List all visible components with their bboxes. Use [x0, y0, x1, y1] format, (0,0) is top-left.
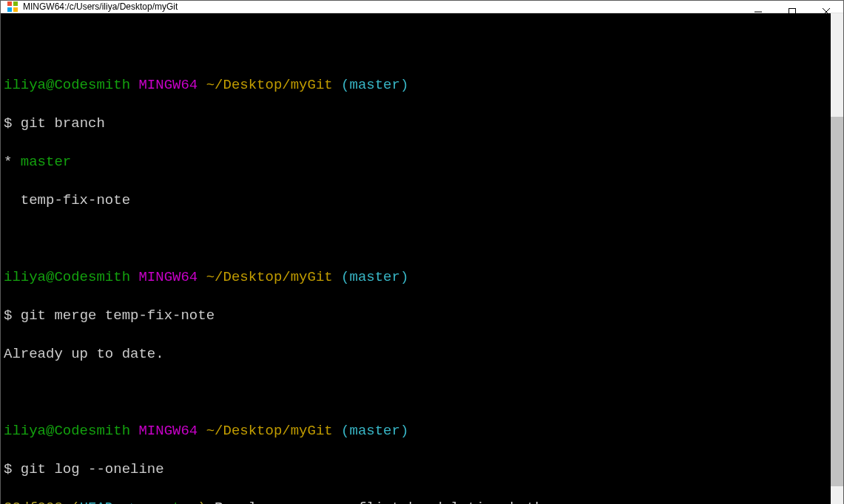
command-line: $ git merge temp-fix-note: [4, 306, 828, 325]
vertical-scrollbar[interactable]: [831, 13, 843, 504]
prompt-line: iliya@Codesmith MINGW64 ~/Desktop/myGit …: [4, 421, 828, 440]
prompt-path: ~/Desktop/myGit: [206, 77, 333, 93]
branch-current-line: * master: [4, 152, 828, 171]
blank-line: [4, 229, 828, 248]
window-title: MINGW64:/c/Users/iliya/Desktop/myGit: [23, 1, 178, 12]
prompt-user-host: iliya@Codesmith: [4, 269, 130, 285]
prompt-dollar: $: [4, 461, 12, 477]
prompt-branch: (master): [341, 269, 408, 285]
blank-line: [4, 383, 828, 402]
scrollbar-thumb[interactable]: [831, 117, 843, 486]
branch-current: master: [21, 154, 71, 170]
svg-rect-0: [7, 1, 12, 6]
prompt-line: iliya@Codesmith MINGW64 ~/Desktop/myGit …: [4, 75, 828, 95]
prompt-dollar: $: [4, 307, 12, 324]
titlebar[interactable]: MINGW64:/c/Users/iliya/Desktop/myGit: [1, 1, 843, 13]
command-text: git log --oneline: [21, 461, 164, 477]
command-line: $ git log --oneline: [4, 460, 828, 479]
prompt-msys: MINGW64: [138, 423, 198, 439]
commit-hash: 22df008: [4, 500, 63, 504]
prompt-user-host: iliya@Codesmith: [4, 423, 130, 439]
prompt-dollar: $: [4, 115, 12, 132]
terminal-area: iliya@Codesmith MINGW64 ~/Desktop/myGit …: [1, 13, 843, 504]
svg-rect-1: [13, 1, 18, 6]
app-icon: [7, 1, 18, 13]
prompt-user-host: iliya@Codesmith: [4, 77, 130, 93]
branch-other-line: temp-fix-note: [4, 191, 828, 210]
command-text: git merge temp-fix-note: [21, 307, 215, 324]
terminal[interactable]: iliya@Codesmith MINGW64 ~/Desktop/myGit …: [1, 13, 831, 504]
prompt-msys: MINGW64: [138, 77, 198, 93]
prompt-line: iliya@Codesmith MINGW64 ~/Desktop/myGit …: [4, 268, 828, 287]
blank-line: [4, 37, 828, 56]
svg-rect-2: [7, 7, 12, 12]
prompt-path: ~/Desktop/myGit: [206, 423, 333, 439]
head-ref: HEAD ->: [80, 500, 147, 504]
prompt-path: ~/Desktop/myGit: [206, 269, 333, 285]
log-line: 22df008 (HEAD -> master) Resolve merge c…: [4, 498, 828, 504]
prompt-msys: MINGW64: [138, 269, 198, 285]
commit-msg: Resolve merge conflict by deleting both: [215, 500, 544, 504]
svg-rect-3: [13, 7, 18, 12]
command-line: $ git branch: [4, 114, 828, 133]
merge-output: Already up to date.: [4, 344, 828, 364]
command-text: git branch: [21, 115, 105, 132]
prompt-branch: (master): [341, 423, 408, 439]
prompt-branch: (master): [341, 77, 408, 93]
app-window: MINGW64:/c/Users/iliya/Desktop/myGit ili…: [0, 0, 844, 504]
head-branch: master: [147, 500, 198, 504]
